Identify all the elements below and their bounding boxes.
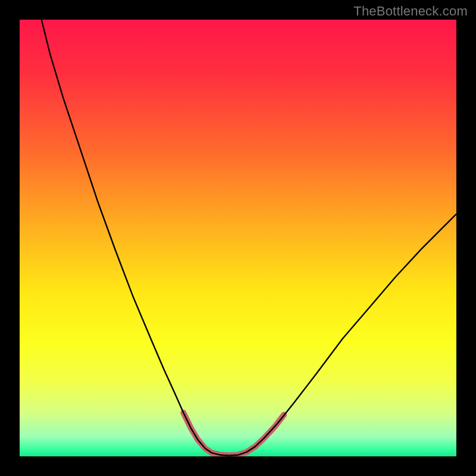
chart-frame: TheBottleneck.com [0, 0, 476, 476]
gradient-background [20, 20, 456, 456]
chart-svg [20, 20, 456, 456]
plot-area [20, 20, 456, 456]
watermark-text: TheBottleneck.com [353, 4, 468, 19]
